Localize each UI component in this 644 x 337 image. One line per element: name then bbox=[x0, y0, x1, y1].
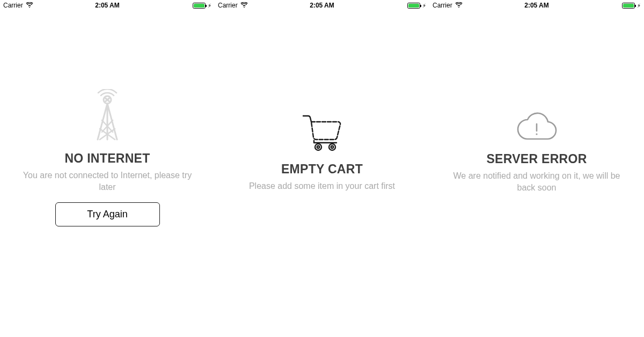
battery-icon bbox=[193, 3, 206, 9]
svg-point-4 bbox=[331, 146, 333, 148]
cloud-error-icon bbox=[515, 112, 559, 143]
charging-icon: ⚡︎ bbox=[637, 3, 641, 9]
wifi-icon bbox=[455, 2, 463, 9]
svg-point-2 bbox=[317, 146, 319, 148]
clock-label: 2:05 AM bbox=[95, 2, 120, 9]
empty-state-title: EMPTY CART bbox=[281, 162, 363, 177]
screen-no-internet: Carrier 2:05 AM ⚡︎ NO INTERNET You are n… bbox=[0, 0, 215, 337]
clock-label: 2:05 AM bbox=[310, 2, 334, 9]
charging-icon: ⚡︎ bbox=[422, 3, 426, 9]
status-bar: Carrier 2:05 AM ⚡︎ bbox=[429, 0, 644, 11]
carrier-label: Carrier bbox=[218, 2, 238, 9]
carrier-label: Carrier bbox=[3, 2, 23, 9]
empty-state-subtitle: We are notified and working on it, we wi… bbox=[451, 170, 623, 193]
wifi-icon bbox=[26, 2, 33, 9]
status-bar: Carrier 2:05 AM ⚡︎ bbox=[0, 0, 215, 11]
clock-label: 2:05 AM bbox=[524, 2, 549, 9]
svg-point-3 bbox=[329, 144, 335, 150]
empty-state-subtitle: Please add some item in your cart first bbox=[249, 180, 395, 192]
empty-state-title: SERVER ERROR bbox=[486, 152, 587, 166]
empty-state-subtitle: You are not connected to Internet, pleas… bbox=[21, 170, 193, 193]
antenna-icon bbox=[91, 89, 123, 143]
battery-icon bbox=[622, 3, 635, 9]
screen-server-error: Carrier 2:05 AM ⚡︎ SERVER ERROR We are n… bbox=[429, 0, 644, 337]
svg-point-1 bbox=[315, 144, 321, 150]
wifi-icon bbox=[240, 2, 248, 9]
try-again-button[interactable]: Try Again bbox=[55, 202, 160, 226]
battery-icon bbox=[407, 3, 420, 9]
charging-icon: ⚡︎ bbox=[208, 3, 211, 9]
status-bar: Carrier 2:05 AM ⚡︎ bbox=[215, 0, 429, 11]
carrier-label: Carrier bbox=[433, 2, 452, 9]
svg-point-5 bbox=[536, 134, 537, 135]
cart-icon bbox=[301, 114, 343, 153]
screen-empty-cart: Carrier 2:05 AM ⚡︎ EMPTY CART Please add… bbox=[215, 0, 429, 337]
empty-state-title: NO INTERNET bbox=[64, 151, 150, 166]
